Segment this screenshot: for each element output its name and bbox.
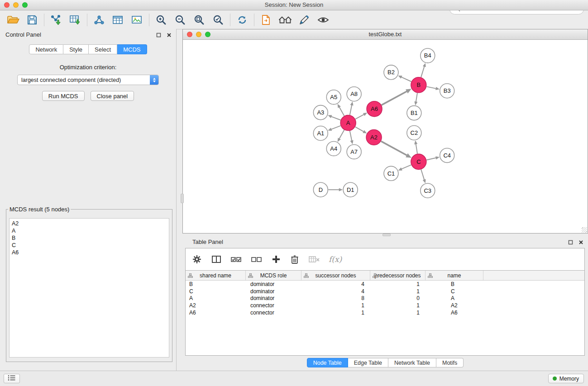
column-header-name[interactable]: name — [425, 271, 483, 280]
optimization-dropdown[interactable]: largest connected component (directed) — [17, 75, 159, 85]
graph-edge-C-C4[interactable] — [426, 158, 436, 160]
zoom-selected-icon[interactable] — [209, 12, 228, 28]
style-brush-icon[interactable] — [295, 12, 314, 28]
column-header-successor-nodes[interactable]: successor nodes — [301, 271, 370, 280]
control-tab-mcds[interactable]: MCDS — [117, 44, 147, 54]
delete-column-icon[interactable] — [308, 254, 320, 264]
zoom-fit-icon[interactable] — [190, 12, 209, 28]
table-header-row: shared nameMCDS rolesuccessor nodesprede… — [186, 271, 584, 281]
network-canvas[interactable]: B4B2BB3A5A8A6B1A3AC2A1A2A4A7C4CC1C3DD1 — [183, 40, 588, 233]
vertical-splitter-handle[interactable] — [181, 194, 184, 203]
close-panel-button[interactable]: Close panel — [91, 91, 134, 101]
open-session-icon[interactable] — [4, 12, 23, 28]
control-tab-style[interactable]: Style — [63, 44, 89, 54]
table-row[interactable]: A2connector11A2 — [186, 302, 584, 309]
table-row[interactable]: Adominator80A — [186, 295, 584, 302]
graph-edge-A-A4[interactable] — [339, 130, 344, 139]
table-tab-node-table[interactable]: Node Table — [307, 358, 348, 367]
float-panel-icon[interactable] — [156, 32, 162, 38]
network-minimize-button[interactable] — [196, 32, 201, 37]
column-options-icon[interactable] — [428, 273, 433, 279]
import-network-icon[interactable] — [47, 12, 66, 28]
graph-edge-A-A7[interactable] — [350, 131, 352, 141]
network-close-button[interactable] — [187, 32, 192, 37]
graph-edge-A-A2[interactable] — [355, 127, 364, 132]
control-panel-tabs: NetworkStyleSelectMCDS — [0, 44, 176, 54]
mcds-result-list[interactable]: A2ABCA6 — [9, 218, 169, 357]
table-row[interactable]: A6connector11A6 — [186, 309, 584, 316]
export-image-icon[interactable] — [128, 12, 147, 28]
graph-edge-A-A8[interactable] — [350, 105, 352, 115]
graph-edge-A-A6[interactable] — [355, 114, 364, 119]
titlebar[interactable]: Session: New Session — [0, 0, 588, 10]
mcds-result-item[interactable]: C — [12, 242, 167, 249]
graph-edge-A2-C[interactable] — [381, 141, 407, 156]
graph-edge-A-A3[interactable] — [331, 116, 341, 120]
mcds-result-item[interactable]: A — [12, 227, 167, 234]
control-tab-select[interactable]: Select — [89, 44, 117, 54]
graph-edge-C-C3[interactable] — [421, 170, 424, 181]
column-options-icon[interactable] — [248, 273, 253, 279]
table-row[interactable]: Cdominator41C — [186, 288, 584, 295]
import-table-icon[interactable] — [66, 12, 85, 28]
graph-edge-B-B4[interactable] — [421, 66, 425, 77]
close-icon[interactable] — [578, 239, 584, 245]
refresh-icon[interactable] — [233, 12, 252, 28]
graph-edge-A-A1[interactable] — [331, 126, 341, 129]
column-header-predecessor-nodes[interactable]: predecessor nodes — [370, 271, 425, 280]
graph-edge-B-B1[interactable] — [416, 93, 417, 102]
mcds-result-item[interactable]: A6 — [12, 249, 167, 256]
add-row-icon[interactable] — [271, 254, 281, 264]
mcds-result-title: MCDS result (5 nodes) — [8, 206, 71, 213]
resize-grip-icon[interactable] — [582, 227, 587, 233]
network-window-titlebar[interactable]: testGlobe.txt — [183, 29, 588, 40]
mcds-result-item[interactable]: B — [12, 234, 167, 242]
graph-edge-A6-B[interactable] — [382, 91, 407, 105]
save-session-icon[interactable] — [23, 12, 42, 28]
deselect-all-icon[interactable] — [251, 254, 263, 265]
column-options-icon[interactable] — [304, 273, 309, 279]
zoom-out-icon[interactable] — [171, 12, 190, 28]
table-tab-network-table[interactable]: Network Table — [388, 358, 436, 367]
table-row[interactable]: Bdominator41B — [186, 281, 584, 288]
table-cell: 4 — [301, 288, 370, 295]
fullscreen-window-button[interactable] — [22, 2, 28, 8]
network-graph[interactable]: B4B2BB3A5A8A6B1A3AC2A1A2A4A7C4CC1C3DD1 — [183, 40, 588, 233]
table-cell: dominator — [246, 281, 301, 287]
close-icon[interactable] — [166, 32, 172, 38]
task-history-button[interactable] — [4, 374, 20, 383]
network-maximize-button[interactable] — [205, 32, 210, 37]
graph-edge-A-A5[interactable] — [339, 107, 344, 116]
table-tab-motifs[interactable]: Motifs — [436, 358, 464, 367]
memory-button[interactable]: Memory — [548, 374, 584, 383]
graph-edge-C-C1[interactable] — [401, 165, 411, 169]
export-document-icon[interactable] — [257, 12, 276, 28]
columns-icon[interactable] — [211, 254, 222, 265]
home-icon[interactable] — [276, 12, 295, 28]
column-header-shared-name[interactable]: shared name — [186, 271, 246, 280]
minimize-window-button[interactable] — [13, 2, 19, 8]
function-builder-icon[interactable]: f(x) — [329, 255, 342, 264]
column-options-icon[interactable] — [373, 273, 378, 279]
float-panel-icon[interactable] — [568, 239, 574, 245]
column-header-MCDS-role[interactable]: MCDS role — [246, 271, 301, 280]
window-controls — [4, 2, 28, 8]
close-window-button[interactable] — [4, 2, 10, 8]
control-tab-network[interactable]: Network — [29, 44, 63, 54]
table-tab-edge-table[interactable]: Edge Table — [348, 358, 388, 367]
mcds-result-item[interactable]: A2 — [12, 220, 167, 227]
new-network-icon[interactable] — [90, 12, 109, 28]
network-table-icon[interactable] — [109, 12, 128, 28]
eye-icon[interactable] — [314, 12, 333, 28]
edge-arrowhead-icon — [328, 128, 332, 131]
graph-node-label: B4 — [424, 52, 431, 59]
run-mcds-button[interactable]: Run MCDS — [42, 91, 85, 101]
graph-edge-B-B3[interactable] — [426, 86, 436, 89]
table-settings-icon[interactable] — [191, 254, 202, 265]
graph-edge-B-B2[interactable] — [401, 77, 411, 81]
graph-edge-C-C2[interactable] — [416, 143, 418, 153]
delete-rows-icon[interactable] — [290, 254, 300, 265]
column-options-icon[interactable] — [188, 273, 193, 279]
zoom-in-icon[interactable] — [152, 12, 171, 28]
select-all-icon[interactable] — [230, 254, 242, 265]
